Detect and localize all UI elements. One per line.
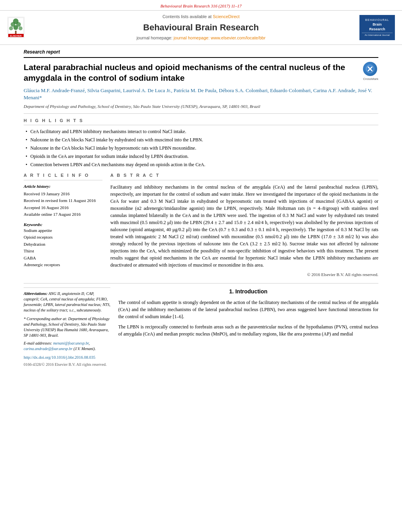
date-online: Available online 17 August 2016 <box>24 211 102 217</box>
corresponding-label: * Corresponding author at: <box>24 317 67 321</box>
svg-point-6 <box>13 25 18 30</box>
affiliation-text: Department of Physiology and Pathology, … <box>24 104 260 109</box>
journal-center-info: Contents lists available at ScienceDirec… <box>50 14 352 41</box>
abstract-copyright: © 2016 Elsevier B.V. All rights reserved… <box>110 272 378 278</box>
contents-list-text: Contents lists available at <box>162 14 212 19</box>
intro-section-number: 1. <box>229 288 234 295</box>
svg-rect-8 <box>15 31 17 34</box>
article-info-abstract-row: A R T I C L E I N F O Article history: R… <box>24 172 378 278</box>
intro-section-title: 1. Introduction <box>118 287 378 296</box>
keywords-label: Keywords: <box>24 222 102 228</box>
crossmark-label: CrossMark <box>363 77 378 81</box>
keyword-2: Opioid receptors <box>24 234 102 240</box>
email-link-1[interactable]: menani@foar.unesp.br <box>53 341 89 345</box>
journal-header: ELSEVIER Contents lists available at Sci… <box>0 11 402 45</box>
date-revised: Received in revised form 11 August 2016 <box>24 198 102 204</box>
highlight-item-4: Opioids in the CeA are important for sod… <box>26 153 378 160</box>
email-link-2[interactable]: carina.andrade@foar.unesp.br <box>24 347 73 351</box>
issn-line: 0166-4328/© 2016 Elsevier B.V. All right… <box>24 362 110 367</box>
intro-paragraph-2: The LPBN is reciprocally connected to fo… <box>118 323 378 337</box>
svg-point-7 <box>19 26 22 30</box>
intro-section-title-text: Introduction <box>235 288 268 295</box>
article-history-label: Article history: <box>24 184 102 189</box>
highlight-item-3: Naloxone in the CeA blocks NaCl intake b… <box>26 145 378 152</box>
sciencedirect-link[interactable]: ScienceDirect <box>213 14 240 19</box>
abstract-text: Facilitatory and inhibitory mechanisms i… <box>110 184 378 269</box>
highlight-item-5: Connection between LPBN and CeA mechanis… <box>26 161 378 168</box>
highlights-list: CeA facilitatory and LPBN inhibitory mec… <box>24 128 378 168</box>
intro-text: The control of sodium appetite is strong… <box>118 299 378 337</box>
keywords-section: Keywords: Sodium appetite Opioid recepto… <box>24 222 102 268</box>
section-divider <box>24 283 378 284</box>
page-wrapper: Behavioural Brain Research 316 (2017) 11… <box>0 0 402 371</box>
homepage-text: journal homepage: <box>136 35 173 40</box>
abbreviations-text: Abbreviations: ANG II, angiotensin II; C… <box>24 291 110 313</box>
crossmark-svg <box>366 65 374 73</box>
intro-p1-text: The control of sodium appetite is strong… <box>118 300 378 319</box>
elsevier-logo-area: ELSEVIER <box>7 17 50 38</box>
affiliation: Department of Physiology and Pathology, … <box>24 104 378 114</box>
keyword-4: Thirst <box>24 248 102 254</box>
keyword-1: Sodium appetite <box>24 228 102 234</box>
keyword-5: GABA <box>24 255 102 261</box>
article-info-header: A R T I C L E I N F O <box>24 172 102 180</box>
intro-paragraph-1: The control of sodium appetite is strong… <box>118 299 378 320</box>
article-dates: Received 19 January 2016 Received in rev… <box>24 191 102 218</box>
author-names: Gláucia M.F. Andrade-Franzé, Silvia Gasp… <box>24 87 372 100</box>
email-suffix: (J.V. Menani). <box>73 347 95 351</box>
doi-link[interactable]: http://dx.doi.org/10.1016/j.bbr.2016.08.… <box>24 355 110 361</box>
authors: Gláucia M.F. Andrade-Franzé, Silvia Gasp… <box>24 87 378 101</box>
elsevier-tree-icon: ELSEVIER <box>7 17 25 38</box>
journal-right-logo: BEHAVIOURAL Brain Research An Internatio… <box>352 15 395 40</box>
journal-logo-box: BEHAVIOURAL Brain Research An Internatio… <box>359 15 395 40</box>
journal-citation: Behavioural Brain Research 316 (2017) 11… <box>160 4 242 8</box>
report-type: Research report <box>24 49 378 58</box>
footnotes-column: Abbreviations: ANG II, angiotensin II; C… <box>24 287 110 367</box>
highlight-item-1: CeA facilitatory and LPBN inhibitory mec… <box>26 128 378 135</box>
intro-p2-text: The LPBN is reciprocally connected to fo… <box>118 324 378 337</box>
keyword-6: Adrenergic receptors <box>24 262 102 268</box>
corresponding-author: * Corresponding author at: Department of… <box>24 316 110 338</box>
date-received: Received 19 January 2016 <box>24 191 102 197</box>
article-area: Research report Lateral parabrachial nuc… <box>0 45 402 371</box>
crossmark-icon[interactable]: CrossMark <box>363 62 378 81</box>
highlight-item-2: Naloxone in the CeA blocks NaCl intake b… <box>26 137 378 143</box>
keyword-3: Dehydration <box>24 241 102 247</box>
bottom-two-col: Abbreviations: ANG II, angiotensin II; C… <box>24 287 378 367</box>
svg-text:ELSEVIER: ELSEVIER <box>10 35 22 37</box>
abstract-column: A B S T R A C T Facilitatory and inhibit… <box>110 172 378 278</box>
highlights-header: H I G H L I G H T S <box>24 118 378 125</box>
article-title-row: Lateral parabrachial nucleus and opioid … <box>24 62 378 83</box>
email-label: E-mail addresses: <box>24 341 52 345</box>
crossmark-circle <box>363 62 377 76</box>
journal-top-bar: Behavioural Brain Research 316 (2017) 11… <box>0 0 402 11</box>
introduction-column: 1. Introduction The control of sodium ap… <box>118 287 378 367</box>
svg-point-5 <box>9 26 13 30</box>
date-accepted: Accepted 16 August 2016 <box>24 205 102 211</box>
highlights-section: H I G H L I G H T S CeA facilitatory and… <box>24 118 378 168</box>
homepage-link[interactable]: journal homepage: www.elsevier.com/locat… <box>174 35 266 40</box>
article-title: Lateral parabrachial nucleus and opioid … <box>24 62 359 83</box>
journal-title: Behavioural Brain Research <box>50 22 352 34</box>
abbreviations-label: Abbreviations: <box>24 291 48 296</box>
email-footnote: E-mail addresses: menani@foar.unesp.br, … <box>24 341 110 352</box>
abstract-header: A B S T R A C T <box>110 172 378 180</box>
article-info-column: A R T I C L E I N F O Article history: R… <box>24 172 102 278</box>
